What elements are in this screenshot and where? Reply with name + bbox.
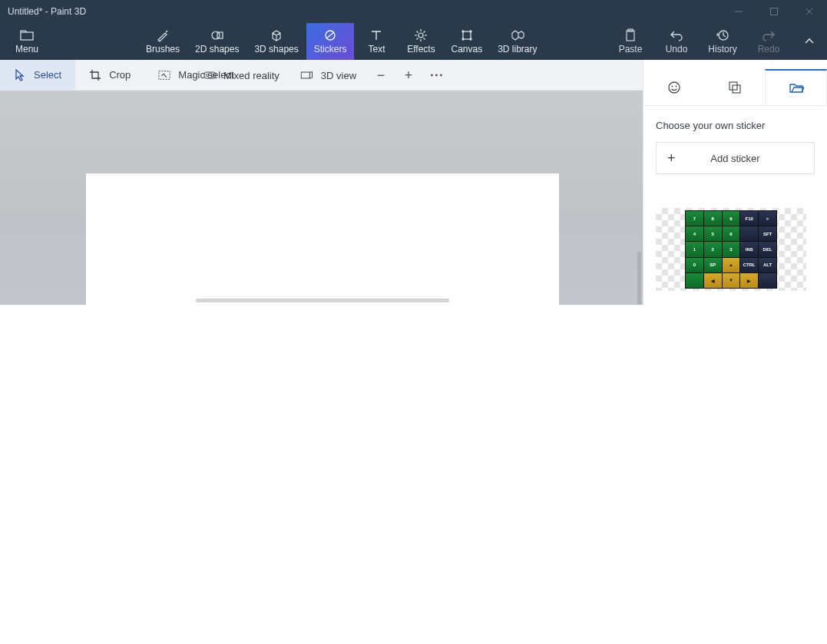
add-sticker-label: Add sticker: [710, 153, 759, 164]
svg-point-28: [435, 74, 438, 77]
history-icon: [716, 28, 729, 42]
ellipsis-icon: [430, 74, 442, 77]
close-button[interactable]: [792, 0, 827, 23]
svg-point-31: [671, 85, 673, 87]
svg-point-30: [669, 82, 680, 93]
svg-rect-18: [463, 31, 471, 39]
svg-line-17: [417, 38, 418, 40]
svg-point-25: [210, 74, 213, 76]
svg-point-32: [675, 85, 676, 87]
tab-2d-shapes[interactable]: 2D shapes: [187, 23, 246, 60]
choose-sticker-label: Choose your own sticker: [656, 120, 815, 131]
redo-icon: [762, 28, 776, 42]
sticker-preview-image: 7 8 9 F10 > 4 5 6 SFT 1 2 3 INS DEL: [685, 210, 777, 289]
effects-icon: [414, 28, 428, 42]
stickers-tab-textures[interactable]: [704, 69, 765, 105]
3d-library-icon: [510, 28, 525, 42]
paste-button[interactable]: Paste: [607, 23, 653, 60]
3d-view-icon: [301, 69, 313, 81]
window-title: Untitled* - Paint 3D: [8, 6, 86, 17]
tab-stickers[interactable]: Stickers: [306, 23, 355, 60]
canvas-viewport[interactable]: [0, 91, 643, 305]
select-tool[interactable]: Select: [0, 60, 75, 90]
panel-tabs: [643, 69, 827, 106]
magic-select-icon: [158, 69, 170, 81]
mixed-reality-button[interactable]: Mixed reality: [193, 60, 290, 91]
chevron-up-icon: [804, 36, 815, 47]
svg-point-29: [440, 74, 442, 77]
secondary-toolbar: Select Crop Magic select Mixe: [0, 60, 643, 91]
texture-icon: [728, 81, 742, 94]
main-ribbon: Menu Brushes 2D shapes 3D shapes Sticker…: [0, 23, 827, 60]
custom-sticker-thumbnail[interactable]: 7 8 9 F10 > 4 5 6 SFT 1 2 3 INS DEL: [656, 208, 806, 291]
svg-rect-19: [627, 31, 634, 41]
maximize-button[interactable]: [756, 0, 792, 23]
title-bar: Untitled* - Paint 3D: [0, 0, 827, 23]
svg-rect-1: [771, 8, 778, 15]
add-sticker-button[interactable]: + Add sticker: [656, 142, 815, 174]
tab-3d-library[interactable]: 3D library: [490, 23, 544, 60]
svg-line-8: [326, 32, 334, 38]
tab-effects[interactable]: Effects: [399, 23, 443, 60]
svg-rect-26: [302, 72, 310, 78]
folder-icon: [20, 28, 34, 42]
zoom-out-button[interactable]: −: [367, 60, 395, 91]
crop-tool[interactable]: Crop: [75, 60, 144, 90]
history-button[interactable]: History: [700, 23, 746, 60]
minimize-button[interactable]: [721, 0, 756, 23]
collapse-ribbon-button[interactable]: [792, 23, 827, 60]
minus-icon: −: [377, 68, 385, 84]
canvas[interactable]: [86, 173, 559, 305]
tab-canvas[interactable]: Canvas: [443, 23, 490, 60]
svg-point-27: [431, 74, 433, 77]
more-options-button[interactable]: [422, 60, 450, 91]
text-icon: [370, 28, 382, 42]
menu-label: Menu: [15, 44, 38, 54]
3d-view-button[interactable]: 3D view: [290, 60, 367, 91]
vertical-scrollbar[interactable]: [637, 252, 641, 305]
svg-line-16: [424, 31, 425, 33]
svg-line-14: [417, 31, 418, 33]
cursor-icon: [14, 69, 26, 81]
plus-icon: +: [667, 150, 676, 167]
stickers-tab-custom[interactable]: [765, 69, 827, 105]
svg-rect-34: [733, 85, 740, 93]
tab-3d-shapes[interactable]: 3D shapes: [246, 23, 306, 60]
3d-shapes-icon: [270, 28, 283, 42]
paste-icon: [624, 28, 637, 42]
menu-button[interactable]: Menu: [0, 23, 54, 60]
zoom-in-button[interactable]: +: [395, 60, 422, 91]
tab-brushes[interactable]: Brushes: [138, 23, 187, 60]
plus-icon: +: [405, 68, 413, 84]
tab-text[interactable]: Text: [354, 23, 399, 60]
stickers-panel: Stickers Choose your own sticker: [643, 60, 827, 305]
crop-icon: [89, 69, 101, 81]
stickers-tab-smiley[interactable]: [643, 69, 704, 105]
svg-point-24: [206, 74, 208, 76]
horizontal-scrollbar[interactable]: [196, 299, 449, 302]
smiley-icon: [667, 81, 681, 94]
svg-rect-33: [729, 82, 737, 90]
stickers-icon: [323, 28, 337, 42]
canvas-icon: [460, 28, 474, 42]
window-controls: [721, 0, 827, 23]
mixed-reality-icon: [203, 69, 216, 81]
svg-point-9: [418, 33, 423, 38]
redo-button[interactable]: Redo: [746, 23, 792, 60]
svg-rect-4: [21, 32, 33, 40]
2d-shapes-icon: [210, 28, 224, 42]
undo-icon: [670, 28, 683, 42]
svg-line-15: [424, 38, 425, 40]
brush-icon: [156, 28, 170, 42]
undo-button[interactable]: Undo: [653, 23, 700, 60]
open-folder-icon: [789, 82, 804, 94]
